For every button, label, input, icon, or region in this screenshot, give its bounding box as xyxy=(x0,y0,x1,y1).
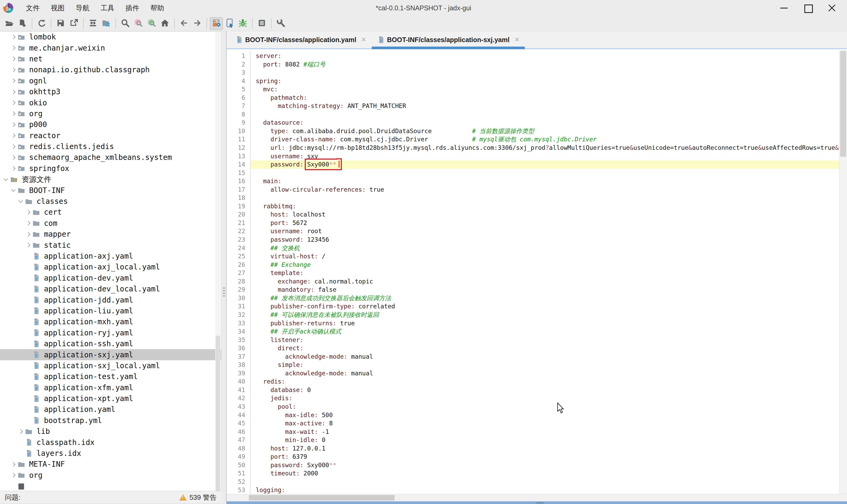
toolbar-button-preferences[interactable] xyxy=(274,17,288,30)
tree-item[interactable]: okio xyxy=(0,97,221,108)
tree-item[interactable]: ?application-axj.yaml xyxy=(0,251,221,262)
chevron-right-icon[interactable] xyxy=(10,132,17,139)
tree-scrollbar[interactable] xyxy=(215,32,220,491)
chevron-right-icon[interactable] xyxy=(10,165,17,172)
tree-item[interactable]: ?classpath.idx xyxy=(0,437,221,448)
chevron-right-icon[interactable] xyxy=(10,154,17,161)
editor-horizontal-scrollbar[interactable] xyxy=(227,494,847,501)
chevron-right-icon[interactable] xyxy=(10,34,17,40)
chevron-right-icon[interactable] xyxy=(25,209,32,216)
tree-item[interactable]: ?application-sxj.yaml xyxy=(0,349,221,360)
tree-item[interactable]: static xyxy=(0,239,221,250)
minimize-button[interactable] xyxy=(780,3,789,13)
tree-item[interactable]: redis.clients.jedis xyxy=(0,141,221,152)
maximize-button[interactable] xyxy=(804,3,813,13)
panel-splitter[interactable] xyxy=(221,31,227,504)
toolbar-button-reload[interactable] xyxy=(35,17,48,30)
toolbar-button-deobfuscation[interactable] xyxy=(210,17,223,30)
toolbar-button-export[interactable] xyxy=(67,17,80,30)
chevron-right-icon[interactable] xyxy=(10,121,17,128)
tab-close-icon[interactable]: ✕ xyxy=(514,36,520,43)
chevron-right-icon[interactable] xyxy=(10,88,17,95)
menu-item[interactable]: 工具 xyxy=(95,1,120,15)
tree-item[interactable]: schemaorg_apache_xmlbeans.system xyxy=(0,152,221,163)
tree-item[interactable]: classes xyxy=(0,196,221,207)
close-button[interactable] xyxy=(827,3,836,13)
chevron-right-icon[interactable] xyxy=(10,110,17,117)
tree-item[interactable]: ?application-ssh.yaml xyxy=(0,338,221,349)
toolbar-button-forward[interactable] xyxy=(191,17,204,30)
tree-item[interactable]: ?application-dev_local.yaml xyxy=(0,284,221,294)
toolbar-button-fit-width[interactable] xyxy=(86,17,100,30)
tree-item[interactable]: p000 xyxy=(0,119,221,130)
tree-item[interactable]: ?layers.idx xyxy=(0,448,221,459)
tab[interactable]: ?BOOT-INF/classes/application-sxj.yaml✕ xyxy=(372,31,525,48)
menu-item[interactable]: 导航 xyxy=(70,1,95,15)
tree-item[interactable]: lib xyxy=(0,426,221,437)
tree-item[interactable]: ognl xyxy=(0,75,221,86)
tree-item[interactable]: me.chanjar.weixin xyxy=(0,42,221,53)
tree-item[interactable]: mapper xyxy=(0,229,221,239)
toolbar-button-home[interactable] xyxy=(158,17,172,30)
tree-item[interactable]: ?bootstrap.yml xyxy=(0,415,221,426)
chevron-right-icon[interactable] xyxy=(25,220,32,227)
tree-item[interactable]: META-INF xyxy=(0,459,221,470)
chevron-right-icon[interactable] xyxy=(10,67,17,73)
chevron-right-icon[interactable] xyxy=(10,77,17,84)
chevron-right-icon[interactable] xyxy=(17,428,24,435)
chevron-right-icon[interactable] xyxy=(10,99,17,106)
tree-item[interactable] xyxy=(0,481,221,491)
menu-item[interactable]: 插件 xyxy=(120,1,145,15)
tab-close-icon[interactable]: ✕ xyxy=(361,36,366,43)
tree-item[interactable]: ?application-sxj_local.yaml xyxy=(0,360,221,371)
tree-item[interactable]: com xyxy=(0,218,221,229)
menu-item[interactable]: 文件 xyxy=(21,1,45,15)
tree-item[interactable]: springfox xyxy=(0,163,221,174)
toolbar-button-open-folder[interactable] xyxy=(3,17,16,30)
chevron-down-icon[interactable] xyxy=(3,176,10,183)
editor-vertical-thumb[interactable] xyxy=(840,51,846,157)
tree-item[interactable]: org xyxy=(0,108,221,119)
menu-item[interactable]: 视图 xyxy=(46,1,70,15)
toolbar-button-search[interactable] xyxy=(119,17,132,30)
tree-item[interactable]: ?application-mxh.yaml xyxy=(0,316,221,327)
tree-item[interactable]: ?application-axj_local.yaml xyxy=(0,262,221,272)
menu-item[interactable]: 帮助 xyxy=(145,1,169,15)
tree-item[interactable]: ?application-test.yaml xyxy=(0,371,221,382)
file-tree[interactable]: lombokme.chanjar.weixinnetnonapi.io.gith… xyxy=(0,32,221,491)
toolbar-button-add-files[interactable] xyxy=(16,17,29,30)
chevron-right-icon[interactable] xyxy=(10,55,17,62)
tree-item[interactable]: 资源文件 xyxy=(0,174,221,185)
toolbar-button-log-viewer[interactable] xyxy=(255,17,269,30)
editor-horizontal-thumb[interactable] xyxy=(249,495,395,501)
tree-item[interactable]: ?application.yaml xyxy=(0,404,221,415)
warning-group[interactable]: 539 警告 xyxy=(179,493,217,502)
chevron-right-icon[interactable] xyxy=(10,44,17,51)
tree-item[interactable]: lombok xyxy=(0,32,221,42)
tree-item[interactable]: ?application-jdd.yaml xyxy=(0,294,221,305)
tab[interactable]: ?BOOT-INF/classes/application.yaml✕ xyxy=(230,31,372,48)
tree-item[interactable]: okhttp3 xyxy=(0,86,221,97)
toolbar-button-device[interactable] xyxy=(223,17,236,30)
tree-scrollbar-thumb[interactable] xyxy=(216,336,220,491)
chevron-right-icon[interactable] xyxy=(10,143,17,150)
tree-item[interactable]: reactor xyxy=(0,130,221,141)
chevron-right-icon[interactable] xyxy=(25,231,32,238)
tree-item[interactable]: BOOT-INF xyxy=(0,185,221,196)
chevron-right-icon[interactable] xyxy=(25,242,32,249)
tree-item[interactable]: ?application-xfm.yaml xyxy=(0,382,221,393)
toolbar-button-text-search[interactable] xyxy=(132,17,145,30)
toolbar-button-packages-grid[interactable] xyxy=(100,17,113,30)
tree-item[interactable]: cert xyxy=(0,207,221,218)
tree-item[interactable]: org xyxy=(0,470,221,481)
toolbar-button-debug[interactable] xyxy=(236,17,249,30)
bottom-divider[interactable] xyxy=(227,501,847,504)
tree-item[interactable]: ?application-xpt.yaml xyxy=(0,393,221,404)
chevron-right-icon[interactable] xyxy=(10,461,17,468)
chevron-right-icon[interactable] xyxy=(10,472,17,479)
tree-item[interactable]: net xyxy=(0,53,221,64)
tree-item[interactable]: ?application-liu.yaml xyxy=(0,305,221,316)
code-content[interactable]: server: port: 8082 #端口号spring: mvc: path… xyxy=(251,50,847,494)
toolbar-button-back[interactable] xyxy=(177,17,191,30)
tree-item[interactable]: ?application-ryj.yaml xyxy=(0,327,221,338)
